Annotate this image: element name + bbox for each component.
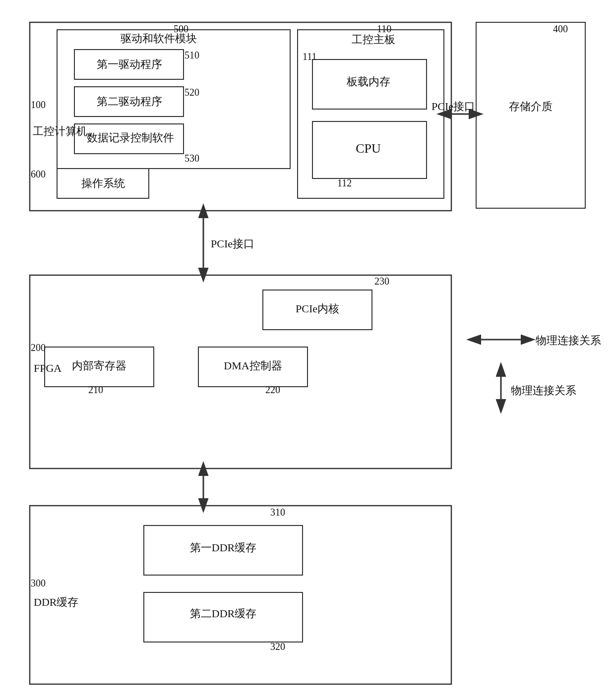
- ref-320: 320: [270, 641, 285, 652]
- label-210: 内部寄存器: [47, 358, 151, 373]
- label-400: 存储介质: [479, 99, 583, 114]
- ref-210: 210: [88, 384, 103, 396]
- ref-510: 510: [184, 50, 199, 61]
- label-300: DDR缓存: [34, 595, 78, 610]
- label-500: 驱动和软件模块: [109, 31, 208, 46]
- label-600: 操作系统: [63, 176, 143, 191]
- label-112: CPU: [315, 141, 422, 156]
- svg-rect-13: [476, 22, 585, 208]
- legend-label-1: 物理连接关系: [536, 333, 601, 348]
- ref-200: 200: [31, 342, 46, 353]
- label-220: DMA控制器: [201, 358, 305, 373]
- label-230: PCIe内核: [265, 301, 369, 316]
- legend-label-2: 物理连接关系: [511, 383, 576, 398]
- label-510: 第一驱动程序: [78, 57, 180, 72]
- ref-520: 520: [184, 87, 199, 98]
- ref-220: 220: [265, 384, 280, 396]
- ref-112: 112: [337, 177, 352, 189]
- ref-230: 230: [374, 276, 389, 287]
- label-530: 数据记录控制软件: [77, 130, 184, 145]
- svg-rect-6: [298, 30, 444, 198]
- label-111: 板载内存: [315, 74, 422, 89]
- ref-400: 400: [553, 23, 568, 35]
- ref-100: 100: [31, 99, 46, 111]
- label-310: 第一DDR缓存: [146, 540, 300, 555]
- ref-300: 300: [31, 578, 46, 589]
- svg-rect-19: [30, 506, 451, 684]
- label-110: 工控主板: [307, 32, 440, 47]
- ref-600: 600: [31, 169, 46, 180]
- ref-111: 111: [303, 51, 317, 62]
- ref-310: 310: [270, 507, 285, 518]
- pcie-label-2: PCIe接口: [211, 236, 254, 251]
- pcie-label-1: PCIe接口: [431, 99, 475, 114]
- diagram: 100 工控计算机 500 驱动和软件模块 510 第一驱动程序 520 第二驱…: [0, 0, 615, 700]
- label-320: 第二DDR缓存: [146, 606, 300, 621]
- ref-530: 530: [184, 153, 199, 164]
- label-520: 第二驱动程序: [78, 94, 180, 109]
